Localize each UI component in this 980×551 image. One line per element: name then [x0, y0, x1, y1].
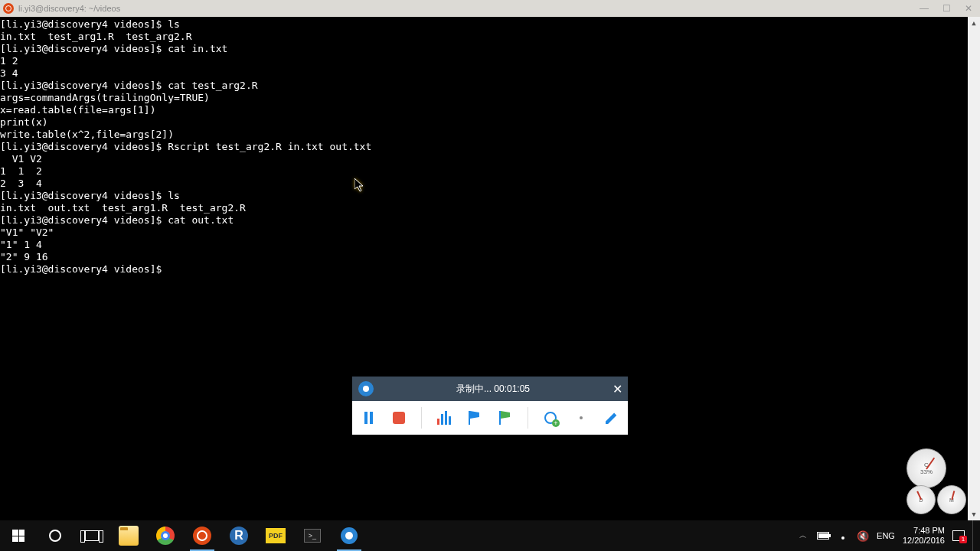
flag-icon: [499, 411, 511, 425]
notification-icon: [952, 530, 965, 541]
terminal-line: V1 V2: [0, 153, 980, 165]
show-desktop-button[interactable]: [972, 520, 977, 551]
terminal-line: 3 4: [0, 67, 980, 80]
window-titlebar[interactable]: li.yi3@discovery4: ~/videos — ☐ ✕: [0, 0, 980, 17]
network-button[interactable]: [837, 530, 849, 542]
chrome-button[interactable]: [147, 520, 184, 551]
marker-button-1[interactable]: [466, 407, 483, 429]
recorder-header[interactable]: 录制中... 00:01:05 ✕: [352, 377, 628, 401]
terminal-output[interactable]: [li.yi3@discovery4 videos]$ lsin.txt tes…: [0, 17, 980, 520]
terminal-line: "V1" "V2": [0, 227, 980, 239]
terminal-line: write.table(x^2,file=args[2]): [0, 129, 980, 141]
r-icon: R: [230, 527, 248, 545]
cortana-button[interactable]: [37, 520, 74, 551]
marker-button-2[interactable]: [497, 407, 514, 429]
pencil-icon: [606, 412, 618, 424]
close-button[interactable]: ✕: [965, 3, 972, 14]
battery-button[interactable]: [817, 530, 829, 542]
task-view-icon: [85, 530, 99, 541]
recorder-app-button[interactable]: [331, 520, 368, 551]
clock-button[interactable]: 7:48 PM 12/20/2016: [903, 526, 945, 546]
terminal-line: [li.yi3@discovery4 videos]$ cat in.txt: [0, 43, 980, 55]
maximize-button[interactable]: ☐: [942, 3, 951, 14]
scrollbar[interactable]: ▲ ▼: [968, 17, 980, 520]
ubuntu-icon: [193, 527, 211, 545]
terminal-line: "1" 1 4: [0, 239, 980, 251]
terminal-line: [li.yi3@discovery4 videos]$ cat out.txt: [0, 214, 980, 227]
command-prompt-button[interactable]: >_: [294, 520, 331, 551]
volume-button[interactable]: 🔇: [857, 530, 869, 542]
stop-button[interactable]: [390, 407, 407, 429]
scroll-up-button[interactable]: ▲: [968, 17, 980, 29]
dot-icon: [580, 416, 583, 419]
bars-icon: [437, 411, 451, 425]
window-title: li.yi3@discovery4: ~/videos: [18, 4, 920, 13]
system-gauges: C 33% D M: [906, 448, 966, 514]
cpu-gauge[interactable]: C 33%: [906, 448, 946, 488]
pause-icon: [364, 412, 373, 424]
terminal-line: [li.yi3@discovery4 videos]$ cat test_arg…: [0, 80, 980, 92]
pause-button[interactable]: [360, 407, 377, 429]
windows-taskbar: R PDF >_ ︿ 🔇 ENG 7:48 PM 12/20/2016: [0, 520, 980, 551]
terminal-line: in.txt out.txt test_arg1.R test_arg2.R: [0, 202, 980, 214]
terminal-line: print(x): [0, 116, 980, 129]
terminal-line: in.txt test_arg1.R test_arg2.R: [0, 31, 980, 43]
terminal-line: [li.yi3@discovery4 videos]$: [0, 263, 980, 276]
language-button[interactable]: ENG: [877, 531, 895, 540]
spotlight-button[interactable]: [573, 407, 590, 429]
recorder-logo-icon: [358, 381, 374, 396]
time-label: 7:48 PM: [903, 526, 945, 536]
terminal-line: args=commandArgs(trailingOnly=TRUE): [0, 92, 980, 104]
terminal-line: 1 2: [0, 55, 980, 67]
zoom-button[interactable]: [542, 407, 559, 429]
battery-icon: [817, 532, 829, 540]
zoom-icon: [544, 412, 557, 424]
wifi-icon: [838, 530, 848, 541]
separator: [421, 407, 422, 429]
disk-gauge[interactable]: D: [906, 485, 936, 514]
screen-recorder-panel[interactable]: 录制中... 00:01:05 ✕: [352, 377, 628, 435]
recorder-icon: [341, 527, 358, 544]
date-label: 12/20/2016: [903, 536, 945, 546]
terminal-line: [li.yi3@discovery4 videos]$ ls: [0, 190, 980, 202]
minimize-button[interactable]: —: [920, 3, 929, 14]
cortana-icon: [49, 530, 61, 542]
terminal-line: 1 1 2: [0, 165, 980, 178]
notifications-button[interactable]: [952, 530, 965, 542]
file-explorer-button[interactable]: [110, 520, 147, 551]
draw-button[interactable]: [603, 407, 620, 429]
separator: [528, 407, 528, 429]
recorder-toolbar: [352, 401, 628, 435]
pdf-icon: PDF: [266, 528, 286, 543]
memory-gauge[interactable]: M: [937, 485, 966, 514]
terminal-icon: >_: [304, 529, 321, 543]
stop-icon: [393, 412, 405, 424]
ubuntu-icon: [3, 3, 14, 14]
pdf-viewer-button[interactable]: PDF: [257, 520, 294, 551]
recorder-status: 录制中... 00:01:05: [380, 383, 606, 396]
tray-expand-button[interactable]: ︿: [797, 530, 809, 542]
terminal-line: [li.yi3@discovery4 videos]$ ls: [0, 18, 980, 31]
folder-icon: [119, 526, 139, 546]
terminal-line: [li.yi3@discovery4 videos]$ Rscript test…: [0, 141, 980, 153]
ubuntu-terminal-button[interactable]: [184, 520, 220, 551]
speaker-icon: 🔇: [857, 530, 869, 542]
flag-icon: [469, 411, 481, 425]
terminal-line: 2 3 4: [0, 178, 980, 190]
start-button[interactable]: [0, 520, 37, 551]
scroll-down-button[interactable]: ▼: [968, 508, 980, 520]
windows-icon: [12, 530, 24, 542]
recorder-close-button[interactable]: ✕: [606, 382, 628, 396]
task-view-button[interactable]: [74, 520, 110, 551]
audio-levels-button[interactable]: [436, 407, 452, 429]
terminal-line: "2" 9 16: [0, 251, 980, 263]
chrome-icon: [156, 527, 175, 545]
terminal-window: li.yi3@discovery4: ~/videos — ☐ ✕ [li.yi…: [0, 0, 980, 520]
terminal-line: x=read.table(file=args[1]): [0, 104, 980, 116]
rstudio-button[interactable]: R: [220, 520, 257, 551]
